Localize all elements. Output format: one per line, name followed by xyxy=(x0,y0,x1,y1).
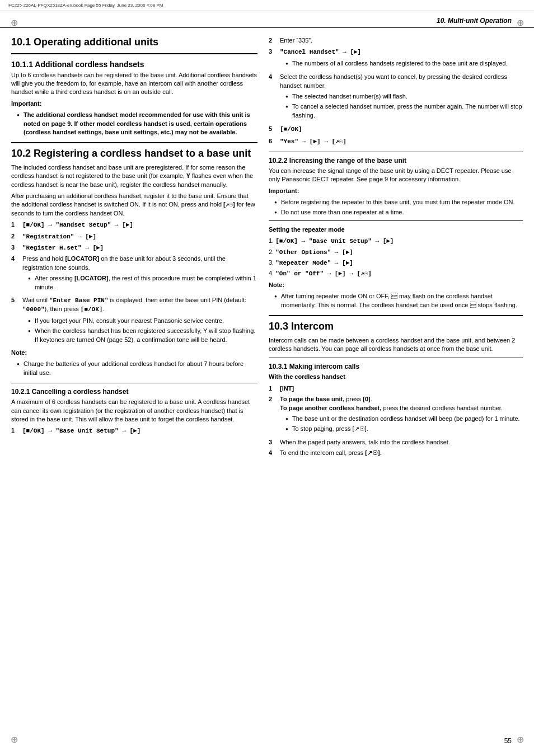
step-num-r6: 6 xyxy=(269,137,278,146)
step-4-bullets: After pressing [LOCATOR], the rest of th… xyxy=(28,274,257,292)
repeater-steps: 1. [■/OK] → "Base Unit Setup" → [►] 2. "… xyxy=(269,237,523,279)
repeater-mode-title: Setting the repeater mode xyxy=(269,226,523,234)
content-area: 10.1 Operating additional units 10.1.1 A… xyxy=(0,31,534,471)
repeater-step-2: 2. "Other Options" → [►] xyxy=(269,248,523,257)
step-content-4: Press and hold [LOCATOR] on the base uni… xyxy=(22,255,257,294)
rep-step-2-text: "Other Options" → [►] xyxy=(275,249,353,256)
list-item: The base unit or the destination cordles… xyxy=(285,415,523,423)
right-column: 2 Enter “335”. 3 "Cancel Handset" → [►] … xyxy=(269,36,523,459)
section-10-2-body2: After purchasing an additional cordless … xyxy=(11,192,257,218)
page: FC225-226AL-PFQX2518ZA-en.book Page 55 F… xyxy=(0,0,534,756)
list-item: When the cordless handset has been regis… xyxy=(28,327,257,344)
intercom-step-1: 1 [INT] xyxy=(269,384,523,393)
corner-mark-bl: ⊕ xyxy=(8,734,20,745)
important-bullets-10-1: The additional cordless handset model re… xyxy=(17,111,257,137)
section-10-2-2-body: You can increase the signal range of the… xyxy=(269,167,523,184)
repeater-step-3: 3. "Repeater Mode" → [►] xyxy=(269,259,523,267)
step-r3-mono: "Cancel Handset" → [►] xyxy=(280,49,361,55)
corner-mark-tr: ⊕ xyxy=(514,17,526,28)
step-2: 2 "Registration" → [►] xyxy=(11,232,257,241)
step-num-4: 4 xyxy=(11,255,20,294)
step-content-r5: [■/OK] xyxy=(280,125,523,134)
list-item: If you forget your PIN, consult your nea… xyxy=(28,317,257,325)
divider-10-2 xyxy=(11,142,257,143)
step-content-i4: To end the intercom call, press [↗☉]. xyxy=(280,449,523,457)
rep-step-3-text: "Repeater Mode" → [►] xyxy=(275,260,353,266)
important-bullets-10-2-2: Before registering the repeater to this … xyxy=(274,198,523,217)
step-i2-bullets: The base unit or the destination cordles… xyxy=(285,415,523,434)
step-content-r3: "Cancel Handset" → [►] The numbers of al… xyxy=(280,48,523,70)
step-content-i3: When the paged party answers, talk into … xyxy=(280,438,523,447)
note-label-10-2: Note: xyxy=(11,349,257,357)
step-10-2-1-1: 1 [■/OK] → "Base Unit Setup" → [►] xyxy=(11,426,257,435)
list-item: Before registering the repeater to this … xyxy=(274,198,523,206)
divider-10-2-1 xyxy=(11,383,257,383)
section-10-3-title: 10.3 Intercom xyxy=(269,321,523,333)
intercom-steps: 1 [INT] 2 To page the base unit, press [… xyxy=(269,384,523,458)
step-num-i3: 3 xyxy=(269,438,278,447)
section-10-1-1-body: Up to 6 cordless handsets can be registe… xyxy=(11,71,257,97)
step-num-1: 1 xyxy=(11,220,20,229)
step-5: 5 Wait until "Enter Base PIN" is display… xyxy=(11,296,257,346)
step-content-r4: Select the cordless handset(s) you want … xyxy=(280,73,523,122)
note-label-10-2-2: Note: xyxy=(269,281,523,289)
step-content-5: Wait until "Enter Base PIN" is displayed… xyxy=(22,296,257,346)
section-10-3-body: Intercom calls can be made between a cor… xyxy=(269,336,523,354)
step-num-2: 2 xyxy=(11,232,20,241)
important-label-10-1: Important: xyxy=(11,100,257,108)
note-bullets-10-2: Charge the batteries of your additional … xyxy=(17,360,257,377)
step-content-1: [■/OK] → "Handset Setup" → [►] xyxy=(22,220,257,229)
intercom-step-4: 4 To end the intercom call, press [↗☉]. xyxy=(269,449,523,457)
section-10-2-1-body: A maximum of 6 cordless handsets can be … xyxy=(11,398,257,424)
header-title: 10. Multi-unit Operation xyxy=(437,17,512,25)
section-10-2-steps: 1 [■/OK] → "Handset Setup" → [►] 2 "Regi… xyxy=(11,220,257,346)
step-right-6: 6 "Yes" → [►] → [↗☉] xyxy=(269,137,523,146)
step-num-3: 3 xyxy=(11,243,20,252)
step-num-r3: 3 xyxy=(269,48,278,70)
left-column: 10.1 Operating additional units 10.1.1 A… xyxy=(11,36,257,459)
rep-step-4-text: "On" or "Off" → [►] → [↗☉] xyxy=(275,270,372,277)
step-5-text: Wait until "Enter Base PIN" is displayed… xyxy=(22,297,246,312)
step-r4-bullets: The selected handset number(s) will flas… xyxy=(285,92,523,120)
list-item: After turning repeater mode ON or OFF, … xyxy=(274,292,523,309)
list-item: Do not use more than one repeater at a t… xyxy=(274,208,523,217)
page-header: 10. Multi-unit Operation xyxy=(0,11,534,28)
important-label-10-2-2: Important: xyxy=(269,187,523,195)
step-right-5: 5 [■/OK] xyxy=(269,125,523,134)
divider-10-3-1 xyxy=(269,358,523,358)
section-10-2-body1: The included cordless handset and base u… xyxy=(11,163,257,189)
section-10-3-1-title: 10.3.1 Making intercom calls xyxy=(269,363,523,370)
divider-10-1 xyxy=(11,53,257,54)
step-i2-text: To page the base unit, press [0].To page… xyxy=(280,396,503,411)
note-bullets-10-2-2: After turning repeater mode ON or OFF, … xyxy=(274,292,523,309)
section-10-2-2-title: 10.2.2 Increasing the range of the base … xyxy=(269,157,523,165)
step-3: 3 "Register H.set" → [►] xyxy=(11,243,257,252)
rep-step-1-text: [■/OK] → "Base Unit Setup" → [►] xyxy=(275,238,394,245)
list-item: After pressing [LOCATOR], the rest of th… xyxy=(28,274,257,292)
list-item: The numbers of all cordless handsets reg… xyxy=(285,59,523,68)
file-info-text: FC225-226AL-PFQX2518ZA-en.book Page 55 F… xyxy=(8,3,163,8)
step-num-i2: 2 xyxy=(269,395,278,436)
step-right-2: 2 Enter “335”. xyxy=(269,36,523,45)
page-number: 55 xyxy=(504,737,512,745)
repeater-step-4: 4. "On" or "Off" → [►] → [↗☉] xyxy=(269,269,523,278)
file-info-bar: FC225-226AL-PFQX2518ZA-en.book Page 55 F… xyxy=(0,0,534,11)
step-1: 1 [■/OK] → "Handset Setup" → [►] xyxy=(11,220,257,229)
step-num-i4: 4 xyxy=(269,449,278,457)
step-5-bullets: If you forget your PIN, consult your nea… xyxy=(28,317,257,344)
step-r3-bullets: The numbers of all cordless handsets reg… xyxy=(285,59,523,68)
section-10-2-title: 10.2 Registering a cordless handset to a… xyxy=(11,148,257,160)
step-num-r2: 2 xyxy=(269,36,278,45)
intercom-step-2: 2 To page the base unit, press [0].To pa… xyxy=(269,395,523,436)
section-10-1-title: 10.1 Operating additional units xyxy=(11,36,257,49)
repeater-step-1: 1. [■/OK] → "Base Unit Setup" → [►] xyxy=(269,237,523,246)
list-item: To cancel a selected handset number, pre… xyxy=(285,102,523,120)
list-item: The selected handset number(s) will flas… xyxy=(285,92,523,101)
step-num-rep4: 4. xyxy=(269,270,275,276)
divider-repeater xyxy=(269,220,523,221)
list-item: The additional cordless handset model re… xyxy=(17,111,257,137)
step-num-r5: 5 xyxy=(269,125,278,134)
list-item: Charge the batteries of your additional … xyxy=(17,360,257,377)
step-content-r6: "Yes" → [►] → [↗☉] xyxy=(280,137,523,146)
step-content-3: "Register H.set" → [►] xyxy=(22,243,257,252)
